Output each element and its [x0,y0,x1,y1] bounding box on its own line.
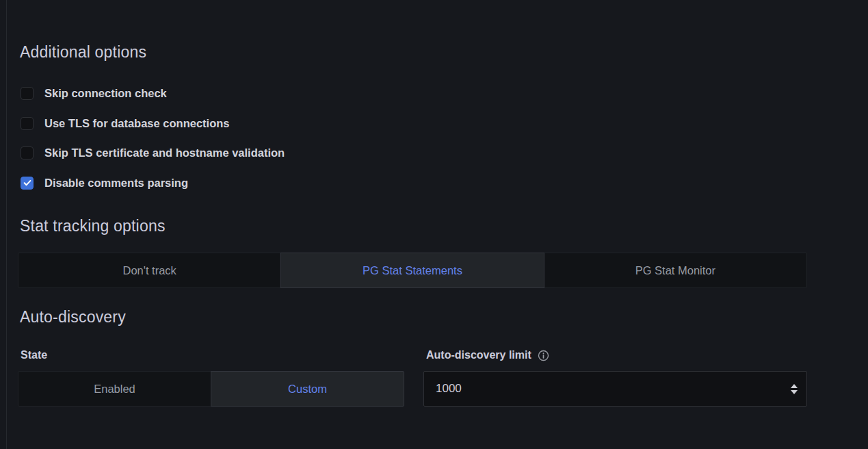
auto-discovery-limit-input-wrapper [423,371,807,407]
checkbox-row-disable-comments-parsing[interactable]: Disable comments parsing [18,168,868,198]
checkbox-row-skip-connection-check[interactable]: Skip connection check [18,79,868,109]
checkbox-row-use-tls[interactable]: Use TLS for database connections [18,109,868,139]
settings-form: Additional options Skip connection check… [0,0,868,407]
state-radio-group: Enabled Custom [18,371,404,407]
checkbox-checked-icon[interactable] [21,177,34,190]
checkbox-unchecked-icon[interactable] [21,117,34,130]
spinner-up-icon[interactable] [791,384,798,388]
auto-discovery-limit-field: Auto-discovery limit [423,348,807,407]
stat-tracking-radio-group: Don't track PG Stat Statements PG Stat M… [18,253,807,288]
checkbox-label: Use TLS for database connections [44,117,229,130]
radio-option-enabled[interactable]: Enabled [18,371,211,407]
state-field: State Enabled Custom [18,348,404,407]
radio-option-dont-track[interactable]: Don't track [18,253,281,288]
checkbox-label: Skip TLS certificate and hostname valida… [44,146,285,159]
field-label-text: Auto-discovery limit [426,348,531,362]
section-title-stat-tracking: Stat tracking options [20,216,868,235]
radio-option-pg-stat-monitor[interactable]: PG Stat Monitor [544,253,807,288]
number-spinner [791,372,798,406]
field-label-text: State [21,348,47,362]
auto-discovery-fields: State Enabled Custom Auto-discovery limi… [18,348,868,407]
panel-edge-divider [6,0,7,449]
auto-discovery-limit-label: Auto-discovery limit [426,348,807,362]
section-title-additional-options: Additional options [20,42,868,62]
additional-options-list: Skip connection check Use TLS for databa… [18,79,868,198]
checkbox-unchecked-icon[interactable] [21,87,34,100]
checkmark-icon [23,178,32,188]
radio-option-pg-stat-statements[interactable]: PG Stat Statements [280,253,544,288]
checkbox-label: Disable comments parsing [44,177,188,190]
spinner-down-icon[interactable] [791,390,798,394]
checkbox-unchecked-icon[interactable] [21,146,34,159]
section-title-auto-discovery: Auto-discovery [20,307,868,326]
checkbox-label: Skip connection check [44,87,167,100]
radio-option-custom[interactable]: Custom [211,371,404,407]
info-circle-icon[interactable] [538,350,549,361]
auto-discovery-limit-input[interactable] [424,372,806,406]
checkbox-row-skip-tls-validation[interactable]: Skip TLS certificate and hostname valida… [18,138,868,168]
state-field-label: State [21,348,404,362]
